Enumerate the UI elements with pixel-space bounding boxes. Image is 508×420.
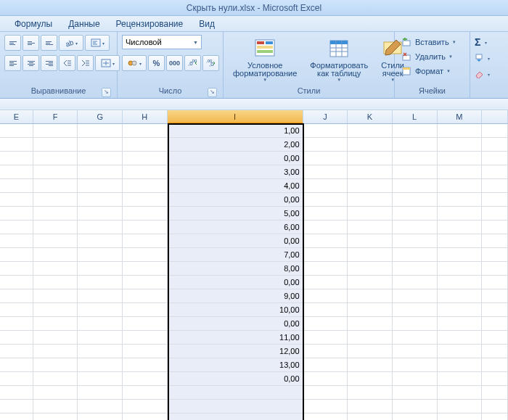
cell[interactable] <box>123 193 168 207</box>
cell[interactable] <box>303 221 348 234</box>
cell[interactable] <box>438 400 483 413</box>
cell[interactable] <box>78 386 123 400</box>
tab-formulas[interactable]: Формулы <box>15 19 52 29</box>
cell[interactable] <box>438 165 483 179</box>
cell[interactable] <box>438 179 483 193</box>
cell[interactable] <box>393 262 438 276</box>
cell[interactable] <box>78 303 123 317</box>
cell[interactable] <box>303 152 348 165</box>
cell[interactable] <box>393 358 438 372</box>
fill-button[interactable]: ▾ <box>475 51 490 65</box>
cell[interactable]: 0,00 <box>168 276 303 289</box>
cell[interactable] <box>393 345 438 358</box>
cell[interactable] <box>482 234 508 248</box>
cell[interactable] <box>123 248 168 262</box>
column-header-G[interactable]: G <box>78 110 123 123</box>
cell[interactable] <box>0 207 33 221</box>
cell[interactable] <box>0 262 33 276</box>
cell[interactable] <box>393 303 438 317</box>
cell[interactable] <box>303 124 348 138</box>
cell[interactable] <box>348 331 393 345</box>
cell[interactable] <box>33 221 78 234</box>
align-middle-button[interactable] <box>22 35 39 51</box>
cell[interactable] <box>348 400 393 413</box>
cell[interactable] <box>348 221 393 234</box>
cell[interactable] <box>33 413 78 420</box>
column-header-I[interactable]: I <box>168 110 303 123</box>
cell[interactable] <box>123 289 168 303</box>
cell[interactable]: 6,00 <box>168 221 303 234</box>
cell[interactable] <box>33 207 78 221</box>
cell[interactable] <box>78 179 123 193</box>
cell[interactable] <box>393 317 438 331</box>
column-header-F[interactable]: F <box>33 110 78 123</box>
cell[interactable] <box>438 276 483 289</box>
increase-indent-button[interactable] <box>77 55 94 71</box>
cell[interactable] <box>123 400 168 413</box>
cell[interactable]: 3,00 <box>168 165 303 179</box>
cell[interactable] <box>303 207 348 221</box>
cell[interactable] <box>0 248 33 262</box>
cell[interactable] <box>303 303 348 317</box>
column-header-J[interactable]: J <box>303 110 348 123</box>
grid[interactable]: 1,002,000,003,004,000,005,006,000,007,00… <box>0 124 508 420</box>
cell[interactable] <box>78 413 123 420</box>
cell[interactable] <box>393 234 438 248</box>
cell[interactable] <box>482 345 508 358</box>
cell[interactable]: 0,00 <box>168 193 303 207</box>
cell[interactable]: 12,00 <box>168 345 303 358</box>
cell[interactable] <box>123 358 168 372</box>
cell[interactable]: 10,00 <box>168 303 303 317</box>
cell[interactable] <box>0 138 33 152</box>
cell[interactable] <box>348 179 393 193</box>
format-cells-button[interactable]: Формат ▼ <box>399 64 454 78</box>
cell[interactable] <box>33 358 78 372</box>
cell[interactable] <box>0 317 33 331</box>
cell[interactable]: 7,00 <box>168 248 303 262</box>
cell[interactable] <box>438 358 483 372</box>
cell[interactable] <box>33 193 78 207</box>
cell[interactable] <box>348 165 393 179</box>
cell[interactable] <box>348 386 393 400</box>
number-format-combo[interactable]: Числовой ▼ <box>122 35 202 49</box>
cell[interactable] <box>348 124 393 138</box>
cell[interactable] <box>33 152 78 165</box>
comma-format-button[interactable]: 000 <box>166 55 183 71</box>
cell[interactable] <box>438 193 483 207</box>
cell[interactable] <box>78 289 123 303</box>
cell[interactable] <box>0 386 33 400</box>
cell[interactable] <box>438 317 483 331</box>
merge-center-button[interactable] <box>95 55 120 71</box>
cell[interactable] <box>78 372 123 386</box>
cell[interactable] <box>78 124 123 138</box>
cell[interactable] <box>0 303 33 317</box>
cell[interactable] <box>303 345 348 358</box>
tab-review[interactable]: Рецензирование <box>116 19 184 29</box>
cell[interactable] <box>303 289 348 303</box>
align-left-button[interactable] <box>4 55 21 71</box>
cell[interactable] <box>482 413 508 420</box>
cell[interactable] <box>348 317 393 331</box>
cell[interactable] <box>78 138 123 152</box>
cell[interactable] <box>78 400 123 413</box>
cell[interactable] <box>123 262 168 276</box>
cell[interactable] <box>482 276 508 289</box>
cell[interactable] <box>0 331 33 345</box>
cell[interactable] <box>438 221 483 234</box>
cell[interactable] <box>303 331 348 345</box>
cell[interactable] <box>123 331 168 345</box>
conditional-formatting-button[interactable]: Условное форматирование ▼ <box>228 35 302 84</box>
cell[interactable] <box>482 400 508 413</box>
cell[interactable] <box>393 276 438 289</box>
cell[interactable] <box>303 138 348 152</box>
cell[interactable] <box>123 317 168 331</box>
cell[interactable] <box>393 331 438 345</box>
cell[interactable] <box>438 345 483 358</box>
cell[interactable] <box>33 317 78 331</box>
cell[interactable] <box>33 331 78 345</box>
cell[interactable] <box>348 289 393 303</box>
cell[interactable] <box>123 276 168 289</box>
cell[interactable] <box>438 248 483 262</box>
cell[interactable] <box>393 372 438 386</box>
cell[interactable] <box>438 262 483 276</box>
